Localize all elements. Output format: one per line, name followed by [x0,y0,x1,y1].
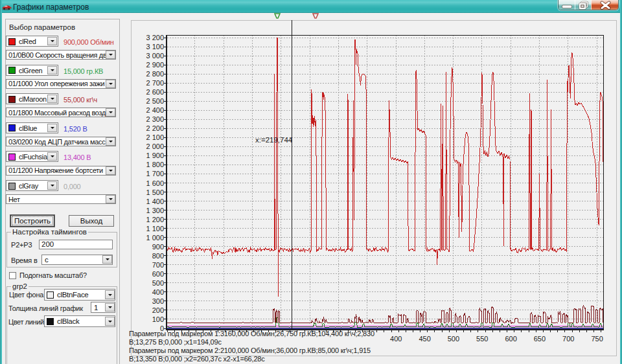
svg-text:800: 800 [152,252,164,260]
svg-text:1 100: 1 100 [146,225,164,233]
svg-text:100: 100 [152,315,164,323]
svg-text:500: 500 [152,279,164,287]
svg-text:1 400: 1 400 [146,198,164,205]
svg-text:1 700: 1 700 [146,170,164,177]
svg-text:2 900: 2 900 [146,61,164,69]
svg-text:3 000: 3 000 [146,52,164,60]
svg-text:400: 400 [390,335,402,343]
svg-text:450: 450 [419,335,430,343]
svg-text:600: 600 [505,335,516,343]
svg-text:1 600: 1 600 [146,179,164,187]
svg-text:1 500: 1 500 [146,188,164,196]
svg-text:400: 400 [152,288,164,296]
svg-text:2 700: 2 700 [146,79,164,87]
svg-text:550: 550 [476,335,488,343]
svg-text:2 500: 2 500 [146,97,164,105]
svg-text:2 600: 2 600 [146,88,164,96]
svg-text:2 800: 2 800 [146,70,164,78]
svg-text:1 300: 1 300 [146,207,164,214]
svg-text:1 200: 1 200 [146,216,164,223]
svg-text:3 200: 3 200 [146,34,164,41]
svg-text:2 400: 2 400 [146,106,164,114]
svg-text:2 100: 2 100 [146,133,164,141]
svg-text:700: 700 [562,335,574,343]
svg-text:1 900: 1 900 [146,152,164,159]
svg-text:750: 750 [591,335,603,343]
svg-text:2 300: 2 300 [146,115,164,123]
svg-text:1 800: 1 800 [146,161,164,168]
svg-text:300: 300 [152,297,164,305]
svg-text:650: 650 [534,335,546,343]
svg-text:x:=219,744: x:=219,744 [255,136,293,144]
svg-text:700: 700 [152,261,164,269]
svg-text:1 000: 1 000 [146,234,164,242]
svg-text:900: 900 [152,243,164,251]
svg-text:3 100: 3 100 [146,43,164,51]
svg-text:200: 200 [152,306,164,314]
svg-text:600: 600 [152,270,164,278]
svg-text:2 000: 2 000 [146,142,164,150]
svg-text:2 200: 2 200 [146,124,164,132]
svg-text:500: 500 [448,335,459,343]
